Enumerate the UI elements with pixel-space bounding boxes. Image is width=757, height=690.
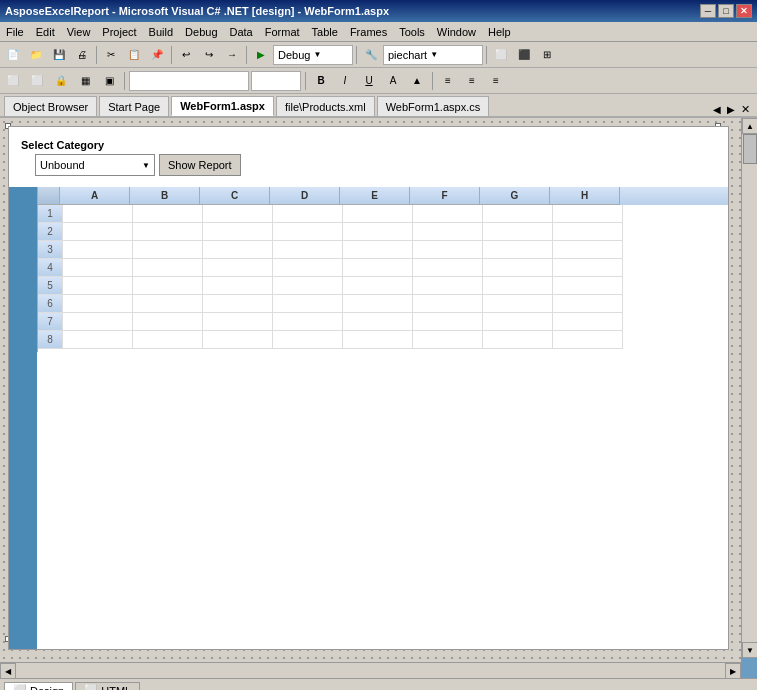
debug-dropdown[interactable]: Debug ▼ (273, 45, 353, 65)
cell-e2[interactable] (343, 223, 413, 241)
tab-nav-right[interactable]: ▶ (727, 104, 739, 115)
cell-d5[interactable] (273, 277, 343, 295)
align-right-btn[interactable]: ≡ (485, 71, 507, 91)
menu-window[interactable]: Window (431, 24, 482, 40)
tb2-btn-5[interactable]: ▣ (98, 71, 120, 91)
tab-webform1-cs[interactable]: WebForm1.aspx.cs (377, 96, 490, 116)
menu-file[interactable]: File (0, 24, 30, 40)
align-left-btn[interactable]: ≡ (437, 71, 459, 91)
menu-project[interactable]: Project (96, 24, 142, 40)
cell-e5[interactable] (343, 277, 413, 295)
cell-g4[interactable] (483, 259, 553, 277)
col-header-b[interactable]: B (130, 187, 200, 205)
cell-b8[interactable] (133, 331, 203, 349)
tb-btn-5[interactable]: → (221, 45, 243, 65)
tb-btn-7[interactable]: ⬛ (513, 45, 535, 65)
cell-f7[interactable] (413, 313, 483, 331)
menu-frames[interactable]: Frames (344, 24, 393, 40)
cut-btn[interactable]: ✂ (100, 45, 122, 65)
cell-b4[interactable] (133, 259, 203, 277)
maximize-button[interactable]: □ (718, 4, 734, 18)
tb-btn-8[interactable]: ⊞ (536, 45, 558, 65)
cell-a2[interactable] (63, 223, 133, 241)
cell-h6[interactable] (553, 295, 623, 313)
cell-a4[interactable] (63, 259, 133, 277)
cell-h8[interactable] (553, 331, 623, 349)
cell-f8[interactable] (413, 331, 483, 349)
scroll-track[interactable] (742, 134, 757, 642)
menu-format[interactable]: Format (259, 24, 306, 40)
cell-a8[interactable] (63, 331, 133, 349)
open-btn[interactable]: 📁 (25, 45, 47, 65)
cell-h5[interactable] (553, 277, 623, 295)
cell-b6[interactable] (133, 295, 203, 313)
menu-edit[interactable]: Edit (30, 24, 61, 40)
col-header-a[interactable]: A (60, 187, 130, 205)
cell-f2[interactable] (413, 223, 483, 241)
cell-d8[interactable] (273, 331, 343, 349)
cell-c6[interactable] (203, 295, 273, 313)
hscroll-right-btn[interactable]: ▶ (725, 663, 741, 678)
cell-b3[interactable] (133, 241, 203, 259)
cell-f3[interactable] (413, 241, 483, 259)
cell-a5[interactable] (63, 277, 133, 295)
bold-btn[interactable]: B (310, 71, 332, 91)
cell-e1[interactable] (343, 205, 413, 223)
cell-a3[interactable] (63, 241, 133, 259)
highlight-btn[interactable]: ▲ (406, 71, 428, 91)
align-center-btn[interactable]: ≡ (461, 71, 483, 91)
tb2-btn-2[interactable]: ⬜ (26, 71, 48, 91)
category-dropdown[interactable]: Unbound ▼ (35, 154, 155, 176)
tab-products-xml[interactable]: file\Products.xml (276, 96, 375, 116)
tb-icon-btn[interactable]: 🔧 (360, 45, 382, 65)
cell-f5[interactable] (413, 277, 483, 295)
cell-c1[interactable] (203, 205, 273, 223)
col-header-d[interactable]: D (270, 187, 340, 205)
cell-h7[interactable] (553, 313, 623, 331)
menu-table[interactable]: Table (306, 24, 344, 40)
tb2-btn-3[interactable]: 🔒 (50, 71, 72, 91)
cell-g1[interactable] (483, 205, 553, 223)
cell-b7[interactable] (133, 313, 203, 331)
cell-c8[interactable] (203, 331, 273, 349)
tb-btn-4[interactable]: 🖨 (71, 45, 93, 65)
run-btn[interactable]: ▶ (250, 45, 272, 65)
hscroll-left-btn[interactable]: ◀ (0, 663, 16, 678)
tb-btn-6[interactable]: ⬜ (490, 45, 512, 65)
tb2-btn-4[interactable]: ▦ (74, 71, 96, 91)
paste-btn[interactable]: 📌 (146, 45, 168, 65)
cell-h2[interactable] (553, 223, 623, 241)
tab-nav-left[interactable]: ◀ (713, 104, 725, 115)
cell-h3[interactable] (553, 241, 623, 259)
col-header-h[interactable]: H (550, 187, 620, 205)
cell-c5[interactable] (203, 277, 273, 295)
spreadsheet-grid[interactable]: A B C D E F G H 1 (37, 187, 728, 352)
cell-c4[interactable] (203, 259, 273, 277)
cell-b2[interactable] (133, 223, 203, 241)
tab-object-browser[interactable]: Object Browser (4, 96, 97, 116)
cell-e6[interactable] (343, 295, 413, 313)
cell-d3[interactable] (273, 241, 343, 259)
cell-d1[interactable] (273, 205, 343, 223)
col-header-g[interactable]: G (480, 187, 550, 205)
col-header-f[interactable]: F (410, 187, 480, 205)
vertical-scrollbar[interactable]: ▲ ▼ (741, 118, 757, 658)
menu-tools[interactable]: Tools (393, 24, 431, 40)
cell-d7[interactable] (273, 313, 343, 331)
horizontal-scrollbar[interactable]: ◀ ▶ (0, 662, 741, 678)
close-button[interactable]: ✕ (736, 4, 752, 18)
menu-build[interactable]: Build (143, 24, 179, 40)
cell-b5[interactable] (133, 277, 203, 295)
minimize-button[interactable]: ─ (700, 4, 716, 18)
underline-btn[interactable]: U (358, 71, 380, 91)
menu-help[interactable]: Help (482, 24, 517, 40)
cell-g5[interactable] (483, 277, 553, 295)
col-header-c[interactable]: C (200, 187, 270, 205)
cell-e7[interactable] (343, 313, 413, 331)
tb-btn-3[interactable]: 💾 (48, 45, 70, 65)
menu-view[interactable]: View (61, 24, 97, 40)
tab-start-page[interactable]: Start Page (99, 96, 169, 116)
cell-d6[interactable] (273, 295, 343, 313)
cell-c3[interactable] (203, 241, 273, 259)
font-color-btn[interactable]: A (382, 71, 404, 91)
